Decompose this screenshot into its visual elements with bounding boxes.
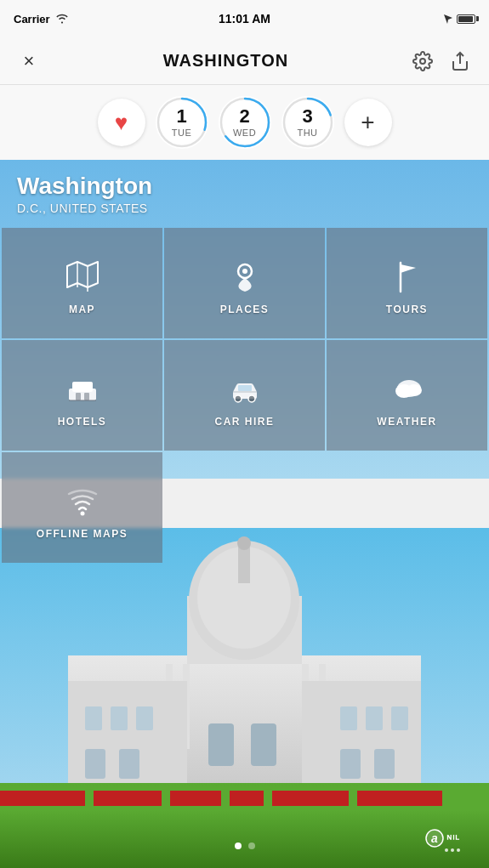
day3-progress-ring (281, 96, 334, 149)
carhire-label: CAR HIRE (214, 416, 274, 428)
day-tab-1[interactable]: 1 TUE (156, 96, 208, 149)
svg-point-58 (407, 384, 422, 396)
svg-rect-21 (68, 681, 187, 800)
svg-rect-25 (136, 706, 153, 730)
svg-rect-28 (391, 706, 408, 730)
status-time: 11:01 AM (219, 12, 270, 26)
share-button[interactable] (445, 46, 475, 77)
svg-rect-34 (251, 723, 276, 766)
places-label: PLACES (220, 304, 270, 315)
svg-rect-32 (374, 749, 395, 779)
carhire-icon (226, 370, 264, 407)
menu-item-carhire[interactable]: CAR HIRE (164, 340, 325, 451)
svg-rect-33 (208, 723, 234, 766)
hotels-label: HOTELS (58, 416, 107, 428)
favorites-button[interactable]: ♥ (98, 99, 145, 146)
map-icon (64, 258, 101, 295)
capitol-building-svg (0, 528, 489, 817)
map-label: MAP (69, 304, 95, 315)
day-tab-3[interactable]: 3 THU (281, 96, 334, 149)
weather-label: WEATHER (377, 416, 436, 428)
svg-point-52 (235, 395, 242, 402)
status-left: Carrier (14, 13, 69, 26)
menu-item-map[interactable]: MAP (2, 228, 162, 338)
main-content: Washington D.C., UNITED STATES MAP PLACE… (0, 160, 489, 868)
weather-icon (389, 370, 426, 407)
close-icon: × (24, 50, 35, 72)
svg-rect-48 (72, 382, 93, 392)
hotels-icon (64, 370, 101, 407)
share-icon (450, 51, 470, 71)
battery-icon (457, 14, 475, 24)
menu-item-offlinemaps[interactable]: OFFLINE MAPS (2, 452, 162, 563)
svg-rect-26 (340, 706, 357, 730)
svg-point-0 (420, 59, 425, 64)
header-actions (407, 46, 475, 77)
dot-2 (248, 842, 255, 849)
tours-label: TOURS (386, 304, 428, 315)
svg-rect-30 (119, 749, 139, 779)
svg-point-64 (451, 848, 454, 852)
menu-item-places[interactable]: PLACES (164, 228, 325, 338)
places-icon (226, 258, 264, 295)
day-tabs: ♥ 1 TUE 2 WED 3 THU + (0, 85, 489, 160)
bottom-bar: a ᴺᴵᴸ (0, 800, 489, 868)
page-dots (235, 842, 255, 849)
close-button[interactable]: × (14, 46, 44, 77)
svg-rect-54 (238, 385, 252, 391)
gear-icon (412, 51, 433, 71)
menu-item-tours[interactable]: TOURS (327, 228, 487, 338)
add-icon: + (361, 109, 374, 136)
svg-point-65 (457, 848, 460, 852)
carrier-label: Carrier (14, 13, 50, 26)
app-header: × WASHINGTON (0, 37, 489, 85)
city-overlay: Washington D.C., UNITED STATES (17, 173, 152, 215)
svg-point-59 (80, 512, 84, 516)
tours-icon (389, 258, 426, 295)
svg-text:a: a (431, 831, 438, 845)
offlinemaps-icon (64, 482, 101, 519)
svg-rect-23 (85, 706, 102, 730)
settings-button[interactable] (407, 46, 438, 77)
brand-area: a ᴺᴵᴸ (424, 825, 475, 858)
menu-item-hotels[interactable]: HOTELS (2, 340, 162, 451)
svg-rect-31 (340, 749, 361, 779)
location-arrow-icon (443, 14, 453, 24)
svg-rect-24 (111, 706, 128, 730)
add-day-button[interactable]: + (344, 99, 392, 146)
header-title: WASHINGTON (163, 51, 288, 71)
menu-grid: MAP PLACES TOURS (0, 228, 489, 563)
day2-progress-ring (219, 96, 271, 149)
building-layer (0, 528, 489, 800)
brand-logo: a ᴺᴵᴸ (424, 825, 475, 854)
svg-point-45 (242, 269, 247, 274)
svg-rect-27 (366, 706, 383, 730)
svg-rect-22 (302, 681, 421, 800)
offlinemaps-label: OFFLINE MAPS (37, 528, 128, 540)
dot-1 (235, 842, 242, 849)
day-tab-2[interactable]: 2 WED (219, 96, 271, 149)
status-bar: Carrier 11:01 AM (0, 0, 489, 37)
city-name: Washington (17, 173, 152, 200)
city-subtitle: D.C., UNITED STATES (17, 201, 152, 215)
svg-point-53 (248, 395, 255, 402)
status-right (443, 14, 475, 24)
heart-icon: ♥ (115, 110, 128, 136)
svg-point-63 (445, 848, 448, 852)
svg-rect-49 (76, 393, 81, 400)
svg-rect-29 (85, 749, 105, 779)
svg-rect-50 (84, 393, 89, 400)
wifi-icon (55, 14, 69, 24)
day1-progress-ring (156, 96, 208, 149)
menu-item-weather[interactable]: WEATHER (327, 340, 487, 451)
svg-text:ᴺᴵᴸ: ᴺᴵᴸ (446, 833, 460, 846)
